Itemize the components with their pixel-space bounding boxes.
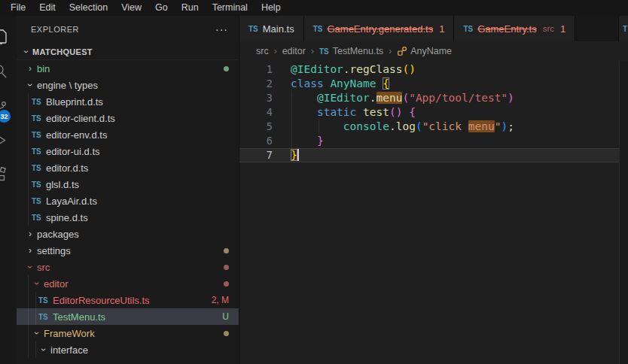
tree-item-layaair-d-ts[interactable]: TSLayaAir.d.ts xyxy=(17,193,239,209)
code-token[interactable]: AnyName xyxy=(330,77,376,89)
code-token[interactable]: static xyxy=(317,106,356,118)
code-token[interactable]: { xyxy=(383,77,389,89)
code-editor[interactable]: 1@IEditor.regClass()2class AnyName {3 @I… xyxy=(239,61,619,364)
code-token[interactable]: } xyxy=(317,135,324,147)
tree-item-editor-d-ts[interactable]: TSeditor.d.ts xyxy=(17,159,239,176)
breadcrumb-item-anyname[interactable]: AnyName xyxy=(397,46,452,56)
code-line-3[interactable]: 3 @IEditor.menu("App/tool/test") xyxy=(239,91,619,105)
menu-item-terminal[interactable]: Terminal xyxy=(206,0,255,16)
code-token[interactable]: () xyxy=(402,63,415,75)
tree-item-glsl-d-ts[interactable]: TSglsl.d.ts xyxy=(17,176,239,193)
sidebar-more-actions-button[interactable]: ··· xyxy=(215,23,228,35)
chevron-down-icon[interactable]: › xyxy=(32,278,42,289)
code-token[interactable] xyxy=(402,106,409,118)
tree-item-editor-client-d-ts[interactable]: TSeditor-client.d.ts xyxy=(17,110,239,126)
code-line-7[interactable]: 7} xyxy=(239,148,619,162)
menu-item-selection[interactable]: Selection xyxy=(62,0,114,16)
code-token[interactable]: @IEditor xyxy=(291,63,343,75)
code-token[interactable]: . xyxy=(370,92,376,104)
code-line-5[interactable]: 5 console.log("click menu"); xyxy=(239,120,619,134)
tab-partial[interactable]: T xyxy=(618,16,628,41)
tree-item-bin[interactable]: ›bin xyxy=(17,60,239,77)
minimap[interactable] xyxy=(619,61,628,364)
tab-gameentry-ts[interactable]: TSGameEntry.tssrc1 xyxy=(454,16,575,41)
sidebar-item-source-control[interactable]: 32 xyxy=(0,91,17,126)
breadcrumb-item-testmenu-ts[interactable]: TSTestMenu.ts xyxy=(319,46,383,56)
sidebar-item-explorer[interactable] xyxy=(0,22,17,56)
code-line-6[interactable]: 6 } xyxy=(239,134,619,148)
chevron-down-icon[interactable]: › xyxy=(38,344,49,355)
tree-item-packages[interactable]: ›packages xyxy=(17,226,239,242)
tree-item-spine-d-ts[interactable]: TSspine.d.ts xyxy=(17,209,239,226)
code-line-1[interactable]: 1@IEditor.regClass() xyxy=(239,62,619,77)
breadcrumb-item-src[interactable]: src xyxy=(256,46,269,56)
tab-gameentry-generated-ts[interactable]: TSGameEntry.generated.ts1 xyxy=(304,16,455,41)
code-token[interactable]: test xyxy=(363,106,389,118)
code-token[interactable]: regClass xyxy=(350,63,403,75)
menu-item-run[interactable]: Run xyxy=(175,0,206,16)
breadcrumb: src›editor›TSTestMenu.ts›AnyName xyxy=(239,41,628,61)
code-line-4[interactable]: 4 static test() { xyxy=(239,105,619,120)
tree-item-interface[interactable]: ›interface xyxy=(17,341,239,358)
tree-item-blueprint-d-ts[interactable]: TSBlueprint.d.ts xyxy=(17,93,239,110)
tree-item-engine-types[interactable]: ›engine \ types xyxy=(17,77,239,93)
tree-item-editorresourceutils-ts[interactable]: TSEditorResourceUtils.ts2, M xyxy=(17,292,239,308)
tree-item-editor-ui-d-ts[interactable]: TSeditor-ui.d.ts xyxy=(17,143,239,159)
code-token[interactable]: log xyxy=(396,120,416,132)
code-token[interactable]: console xyxy=(343,120,389,132)
code-token[interactable] xyxy=(376,77,383,89)
sidebar-item-extensions[interactable] xyxy=(0,160,17,195)
code-token[interactable]: ) xyxy=(501,120,508,132)
tree-item-testmenu-ts[interactable]: TSTestMenu.tsU xyxy=(17,308,239,325)
code-token[interactable] xyxy=(291,120,343,132)
tree-item-editor-env-d-ts[interactable]: TSeditor-env.d.ts xyxy=(17,126,239,143)
chevron-right-icon[interactable]: › xyxy=(25,63,35,74)
menu-item-view[interactable]: View xyxy=(114,0,148,16)
chevron-down-icon[interactable]: › xyxy=(25,262,35,272)
code-line-2[interactable]: 2class AnyName { xyxy=(239,77,619,91)
code-token[interactable]: { xyxy=(409,106,416,118)
code-token[interactable]: @IEditor xyxy=(317,92,370,104)
code-token[interactable]: menu xyxy=(376,92,403,104)
menu-item-go[interactable]: Go xyxy=(148,0,175,16)
sidebar-item-search[interactable] xyxy=(0,56,17,91)
chevron-down-icon[interactable]: › xyxy=(32,328,42,338)
section-header-matchquest[interactable]: › MATCHQUEST xyxy=(17,43,239,60)
line-number: 2 xyxy=(239,77,273,91)
code-token[interactable]: ( xyxy=(416,120,422,132)
menu-item-file[interactable]: File xyxy=(4,0,32,16)
code-token[interactable]: menu xyxy=(468,120,495,132)
chevron-right-icon[interactable]: › xyxy=(25,229,35,239)
tree-indent-guide xyxy=(28,110,29,126)
tab-main-ts[interactable]: TSMain.ts xyxy=(239,16,304,41)
code-token[interactable]: () xyxy=(389,106,402,118)
chevron-down-icon[interactable]: › xyxy=(25,80,35,90)
code-token[interactable]: "click xyxy=(422,120,468,132)
code-token[interactable]: } xyxy=(291,149,297,161)
tree-indent-guide xyxy=(28,292,29,308)
code-token[interactable]: . xyxy=(343,63,350,75)
tree-item-editor[interactable]: ›editor xyxy=(17,275,239,292)
tree-item-framework[interactable]: ›FrameWork xyxy=(17,325,239,341)
code-token[interactable] xyxy=(291,135,317,147)
menu-item-edit[interactable]: Edit xyxy=(32,0,62,16)
code-token[interactable]: "App/tool/test" xyxy=(409,92,508,104)
code-token[interactable]: . xyxy=(389,120,396,132)
code-token[interactable] xyxy=(356,106,363,118)
code-token[interactable]: ; xyxy=(508,120,514,132)
chevron-right-icon[interactable]: › xyxy=(25,245,35,256)
typescript-file-icon: TS xyxy=(38,296,51,305)
breadcrumb-item-editor[interactable]: editor xyxy=(282,46,306,56)
menu-item-help[interactable]: Help xyxy=(255,0,288,16)
tree-indent-guide xyxy=(28,325,29,341)
line-number: 1 xyxy=(239,62,273,77)
sidebar-item-run-debug[interactable] xyxy=(0,126,17,160)
code-token[interactable]: ) xyxy=(508,92,514,104)
tree-item-settings[interactable]: ›settings xyxy=(17,242,239,259)
code-token[interactable]: ( xyxy=(402,92,409,104)
tree-item-src[interactable]: ›src xyxy=(17,259,239,275)
code-token[interactable] xyxy=(291,92,317,104)
code-token[interactable]: class xyxy=(291,77,324,89)
tree-item-label: LayaAir.d.ts xyxy=(46,196,97,207)
code-token[interactable] xyxy=(291,106,317,118)
